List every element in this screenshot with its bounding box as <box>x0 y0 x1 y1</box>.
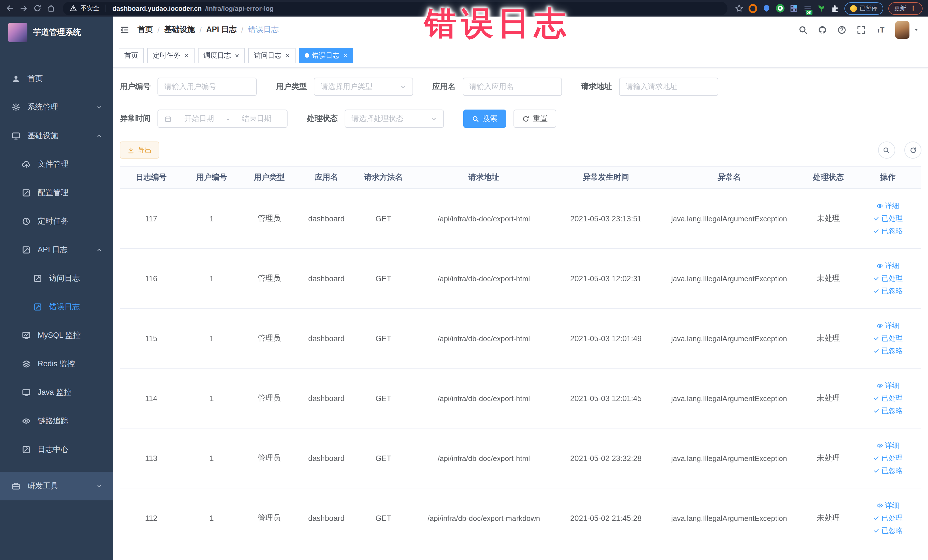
sidebar-toggle-icon[interactable] <box>120 25 130 35</box>
processed-link[interactable]: 已处理 <box>873 273 903 283</box>
sidebar-item[interactable]: 基础设施 <box>0 122 113 150</box>
bookmark-star-icon[interactable] <box>734 4 743 12</box>
reload-icon[interactable] <box>33 4 42 12</box>
sidebar-item[interactable]: MySQL 监控 <box>0 321 113 350</box>
tab-active[interactable]: 错误日志× <box>299 48 353 63</box>
detail-link[interactable]: 详细 <box>876 261 899 271</box>
processed-link[interactable]: 已处理 <box>873 334 903 343</box>
sidebar-item-label: 链路追踪 <box>38 416 113 426</box>
filter-input[interactable]: 请输入应用名 <box>462 78 562 96</box>
export-button[interactable]: 导出 <box>120 142 159 159</box>
breadcrumb-item[interactable]: 基础设施 <box>164 24 195 35</box>
filter-input[interactable]: 请输入请求地址 <box>619 78 718 96</box>
sidebar-item[interactable]: 错误日志 <box>0 293 113 321</box>
extension-lines-on-icon[interactable]: on <box>803 4 812 12</box>
security-label[interactable]: 不安全 <box>81 4 99 12</box>
url-cell: /api/infra/db-doc/export-html <box>412 334 556 343</box>
processed-link[interactable]: 已处理 <box>873 394 903 403</box>
sidebar-item[interactable]: 日志中心 <box>0 435 113 464</box>
app-title: 芋道管理系统 <box>33 27 81 38</box>
sidebar-item[interactable]: Java 监控 <box>0 378 113 407</box>
detail-link[interactable]: 详细 <box>876 201 899 211</box>
breadcrumb-item: 错误日志 <box>248 24 279 35</box>
breadcrumb-item[interactable]: API 日志 <box>206 24 237 35</box>
detail-link[interactable]: 详细 <box>876 500 899 510</box>
date-start-placeholder: 开始日期 <box>175 113 223 124</box>
search-icon[interactable] <box>798 25 808 35</box>
close-icon[interactable]: × <box>285 52 290 59</box>
tab-view[interactable]: 首页 <box>119 48 144 63</box>
caret-down-icon[interactable] <box>913 27 919 32</box>
extensions-puzzle-icon[interactable] <box>830 4 839 12</box>
tab-view[interactable]: 定时任务× <box>147 48 194 63</box>
sidebar-item[interactable]: 配置管理 <box>0 179 113 207</box>
ignore-link[interactable]: 已忽略 <box>873 346 903 356</box>
fullscreen-icon[interactable] <box>856 25 866 35</box>
close-icon[interactable]: × <box>235 52 239 59</box>
ignore-link[interactable]: 已忽略 <box>873 286 903 296</box>
paused-extension-badge[interactable]: 已暂停 <box>844 2 883 15</box>
tab-view[interactable]: 访问日志× <box>248 48 295 63</box>
ignore-link[interactable]: 已忽略 <box>873 466 903 476</box>
reset-button[interactable]: 重置 <box>513 110 556 128</box>
close-icon[interactable]: × <box>184 52 189 59</box>
ignore-link[interactable]: 已忽略 <box>873 226 903 236</box>
ignore-link[interactable]: 已忽略 <box>873 406 903 416</box>
home-icon[interactable] <box>47 4 55 12</box>
detail-link[interactable]: 详细 <box>876 441 899 450</box>
avatar[interactable] <box>895 21 910 38</box>
sidebar-item[interactable]: Redis 监控 <box>0 350 113 378</box>
toggle-search-button[interactable] <box>878 142 895 159</box>
active-dot <box>305 53 309 58</box>
actions-cell: 详细已处理已忽略 <box>855 500 921 536</box>
breadcrumb-item[interactable]: 首页 <box>137 24 153 35</box>
sidebar-item[interactable]: 定时任务 <box>0 207 113 236</box>
date-range-input[interactable]: 开始日期 - 结束日期 <box>157 110 288 128</box>
error-log-table: 日志编号用户编号用户类型应用名请求方法名请求地址异常发生时间异常名处理状态操作1… <box>120 166 921 548</box>
sidebar-item[interactable]: 系统管理 <box>0 93 113 122</box>
time-cell: 2021-05-02 21:45:28 <box>556 514 656 522</box>
tab-label: 错误日志 <box>312 50 339 60</box>
search-button[interactable]: 搜索 <box>463 110 506 128</box>
filter-input[interactable]: 请输入用户编号 <box>157 78 257 96</box>
user-type-cell: 管理员 <box>241 393 298 403</box>
url-host: dashboard.yudao.iocoder.cn <box>112 5 202 12</box>
tab-view[interactable]: 调度日志× <box>198 48 245 63</box>
filter-select[interactable]: 请选择用户类型 <box>314 78 413 96</box>
sidebar-item[interactable]: API 日志 <box>0 236 113 264</box>
forward-icon[interactable] <box>20 4 28 12</box>
extension-sprout-icon[interactable] <box>817 4 825 12</box>
status-cell: 未处理 <box>802 513 855 523</box>
font-size-icon[interactable]: TT <box>876 25 885 35</box>
ignore-link[interactable]: 已忽略 <box>873 526 903 536</box>
refresh-table-button[interactable] <box>904 142 922 159</box>
sidebar-item[interactable]: 研发工具 <box>0 472 113 500</box>
extension-orange-ring-icon[interactable] <box>748 4 757 12</box>
update-button[interactable]: 更新 ⋮ <box>888 2 923 15</box>
extension-shield-icon[interactable] <box>762 4 771 12</box>
github-icon[interactable] <box>818 25 827 35</box>
address-bar[interactable]: 不安全 dashboard.yudao.iocoder.cn/infra/log… <box>63 2 727 15</box>
table-row: 1141管理员dashboardGET/api/infra/db-doc/exp… <box>120 369 921 429</box>
stack-icon <box>22 359 31 369</box>
help-icon[interactable] <box>837 25 847 35</box>
extension-green-circle-icon[interactable] <box>776 4 784 12</box>
back-icon[interactable] <box>6 4 14 12</box>
sidebar-item[interactable]: 首页 <box>0 64 113 93</box>
table-header-cell: 日志编号 <box>120 172 183 183</box>
extension-grid-icon[interactable] <box>789 4 798 12</box>
sidebar-item[interactable]: 链路追踪 <box>0 407 113 435</box>
processed-link[interactable]: 已处理 <box>873 513 903 523</box>
tab-label: 调度日志 <box>203 50 231 60</box>
close-icon[interactable]: × <box>343 52 348 59</box>
sidebar-item[interactable]: 访问日志 <box>0 264 113 293</box>
kebab-menu-icon[interactable]: ⋮ <box>910 5 917 12</box>
processed-link[interactable]: 已处理 <box>873 214 903 223</box>
detail-link[interactable]: 详细 <box>876 321 899 331</box>
status-select[interactable]: 请选择处理状态 <box>345 110 444 128</box>
user-type-cell: 管理员 <box>241 453 298 463</box>
detail-link[interactable]: 详细 <box>876 381 899 391</box>
sidebar-item[interactable]: 文件管理 <box>0 150 113 179</box>
processed-link[interactable]: 已处理 <box>873 453 903 463</box>
check-icon <box>873 227 880 235</box>
